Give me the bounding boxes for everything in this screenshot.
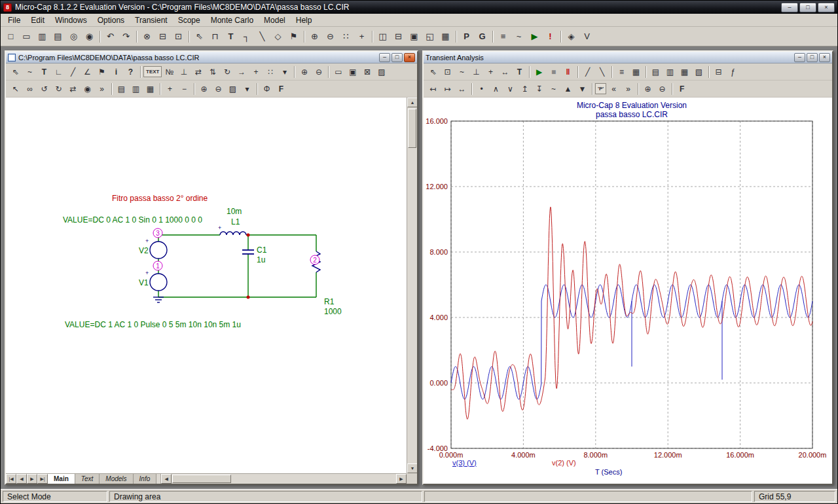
high-icon[interactable]: ↥ [518,82,532,96]
zoom-out-icon[interactable]: ⊖ [312,65,325,79]
menu-model[interactable]: Model [259,14,291,26]
mirror-icon[interactable]: ⇄ [66,82,80,96]
scroll-right-button[interactable]: ▶ [396,474,407,484]
peak-icon[interactable]: ∧ [489,82,503,96]
r1-value-label[interactable]: 1000 [324,307,342,316]
menu-help[interactable]: Help [291,14,318,26]
pop-icon[interactable]: ▥ [129,82,143,96]
horizontal-scroll-thumb[interactable] [172,475,231,483]
circuit-wires[interactable] [158,235,316,297]
help-mode-icon[interactable]: ? [124,65,137,79]
select-box-icon[interactable]: ▭ [331,65,345,79]
transient-plot-canvas[interactable]: Micro-Cap 8 Evaluation Versionpassa bass… [424,98,832,484]
c1-name-label[interactable]: C1 [257,245,267,255]
waveform-v2[interactable] [451,207,812,419]
scale-mode-icon[interactable]: ↔ [498,65,512,79]
sheet-tab-info[interactable]: Info [134,474,157,484]
graphics-mode-icon[interactable]: ◇ [270,29,285,44]
cursor-right-icon[interactable]: ↦ [441,82,454,96]
redo-icon[interactable]: ↷ [118,29,134,44]
select-region-icon[interactable]: ▣ [346,65,359,79]
zoom-in-icon[interactable]: ⊕ [641,82,655,96]
tile-vertical-icon[interactable]: ◫ [375,29,390,44]
flip-vertical-icon[interactable]: ⇅ [206,65,219,79]
copy-icon[interactable]: ⊟ [155,29,170,44]
v2-name-label[interactable]: V2 [139,246,149,255]
sheet-tab-text[interactable]: Text [75,474,100,484]
wire-mode-icon[interactable]: ┐ [239,29,254,44]
zoom-mode-icon[interactable]: ⊡ [441,65,454,79]
find-icon[interactable]: ◉ [82,29,97,44]
remove-part-icon[interactable]: − [177,82,191,96]
pan-icon[interactable]: ↖ [9,82,22,96]
cursor-both-icon[interactable]: ↔ [455,82,469,96]
select-mode-icon[interactable]: ⇖ [9,65,22,79]
menu-scope[interactable]: Scope [173,14,206,26]
source-v2[interactable] [150,242,167,259]
next-point-icon[interactable]: • [475,82,488,96]
valley-icon[interactable]: ∨ [503,82,517,96]
info-mode-icon[interactable]: i [109,65,123,79]
rotate-cw-icon[interactable]: ↻ [52,82,65,96]
sheet-tab-main[interactable]: Main [48,474,75,484]
flag-mode-icon[interactable]: ⚑ [286,29,301,44]
clip-icon[interactable]: ⊠ [360,65,374,79]
layer-icon[interactable]: ▦ [143,82,157,96]
graph-mode-icon[interactable]: ~ [455,65,469,79]
text-mode-icon[interactable]: T [513,65,526,79]
print-icon[interactable]: ▤ [50,29,65,44]
rotate-icon[interactable]: ↻ [220,65,234,79]
schematic-editor-area[interactable]: + + + 3 1 2 [6,98,417,484]
step-icon[interactable]: → [234,65,248,79]
tag-point-button[interactable]: 'P' [595,83,606,94]
menu-windows[interactable]: Windows [50,14,92,26]
zoom-in-icon[interactable]: ⊕ [197,82,211,96]
pattern-icon[interactable]: ▨ [226,82,240,96]
line-mode-icon[interactable]: ╱ [66,65,80,79]
data-points-icon[interactable]: ≡ [615,65,628,79]
find-icon[interactable]: ◉ [81,82,94,96]
pin-connections-icon[interactable]: ⊥ [177,65,191,79]
cursor-mode-icon[interactable]: + [484,65,498,79]
new-file-icon[interactable]: □ [3,29,18,44]
schematic-drawing-canvas[interactable]: + + + 3 1 2 [6,98,407,473]
print-preview-icon[interactable]: ◎ [66,29,81,44]
vertical-scroll-thumb[interactable] [408,109,416,148]
vertical-scroll-track[interactable] [407,107,417,463]
flag-mode-icon[interactable]: ⚑ [95,65,109,79]
text-mode-icon[interactable]: T [37,65,51,79]
menu-transient[interactable]: Transient [130,14,173,26]
tab-scroll-button-2[interactable]: ▶ [27,474,37,484]
analysis-close-button[interactable]: × [819,53,830,62]
zoom-in-icon[interactable]: ⊕ [307,29,322,44]
ruler-grid-icon[interactable]: ▤ [649,65,663,79]
header-icon[interactable]: ⊟ [712,65,725,79]
horizontal-scrollbar[interactable]: ◀ ▶ [160,474,407,484]
low-icon[interactable]: ↧ [532,82,546,96]
angle-mode-icon[interactable]: ∠ [81,65,94,79]
voltage-current-icon[interactable]: V [579,29,594,44]
analysis-minimize-button[interactable]: – [794,53,805,62]
ground-symbol[interactable] [153,297,164,302]
schematic-close-button[interactable]: × [404,53,415,62]
schematic-minimize-button[interactable]: – [379,53,390,62]
baseline-grid-icon[interactable]: ▧ [692,65,706,79]
v1-name-label[interactable]: V1 [139,278,149,287]
schematic-heading-text[interactable]: Fitro passa basso 2° ordine [112,194,208,203]
vertical-scrollbar[interactable]: ▲ ▼ [407,98,417,473]
cursor-left-icon[interactable]: ↤ [426,82,440,96]
stop-icon[interactable]: ■ [547,65,560,79]
point-tag-button[interactable]: P [459,29,474,44]
tokens-icon[interactable]: ▦ [629,65,643,79]
v1-value-text[interactable]: VALUE=DC 1 AC 1 0 Pulse 0 5 5m 10n 10n 5… [65,320,241,329]
pause-icon[interactable]: ‖ [561,65,575,79]
grid-icon[interactable]: ∷ [338,29,354,44]
paste-icon[interactable]: ⊡ [171,29,186,44]
minor-grid-icon[interactable]: ▦ [678,65,691,79]
zoom-out-icon[interactable]: ⊖ [655,82,669,96]
inflection-icon[interactable]: ~ [547,82,560,96]
tab-scroll-button-0[interactable]: |◀ [6,474,16,484]
text-mode-icon[interactable]: T [223,29,238,44]
schematic-maximize-button[interactable]: □ [392,53,403,62]
font-icon[interactable]: F [675,82,689,96]
